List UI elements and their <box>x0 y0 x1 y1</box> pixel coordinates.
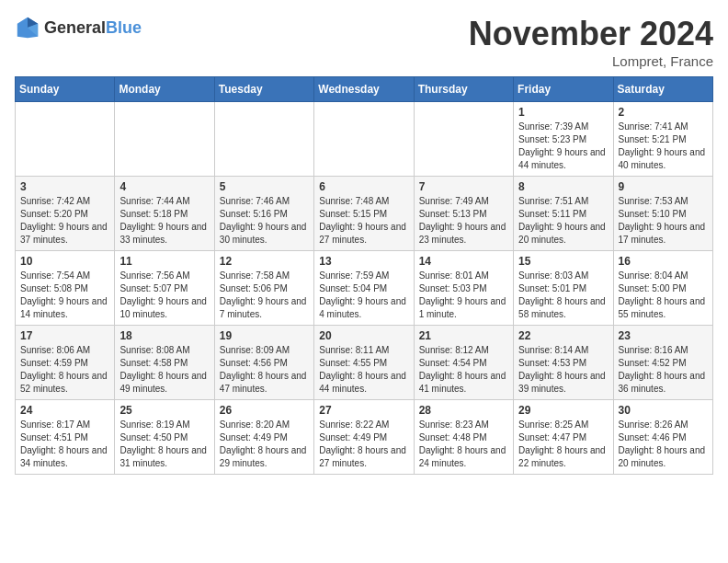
calendar-cell: 5Sunrise: 7:46 AM Sunset: 5:16 PM Daylig… <box>214 177 313 251</box>
logo-text-blue: Blue <box>106 18 142 37</box>
day-number: 17 <box>20 329 109 342</box>
day-info: Sunrise: 8:08 AM Sunset: 4:58 PM Dayligh… <box>119 344 209 396</box>
day-number: 20 <box>319 329 408 342</box>
calendar-cell <box>16 102 115 177</box>
day-info: Sunrise: 7:51 AM Sunset: 5:11 PM Dayligh… <box>518 195 608 247</box>
day-number: 12 <box>220 255 309 268</box>
day-info: Sunrise: 8:01 AM Sunset: 5:03 PM Dayligh… <box>419 270 508 321</box>
day-number: 5 <box>220 180 309 193</box>
calendar-cell: 8Sunrise: 7:51 AM Sunset: 5:11 PM Daylig… <box>514 177 613 251</box>
day-info: Sunrise: 7:54 AM Sunset: 5:08 PM Dayligh… <box>20 270 109 321</box>
day-info: Sunrise: 7:53 AM Sunset: 5:10 PM Dayligh… <box>619 195 708 247</box>
day-number: 11 <box>119 255 209 268</box>
day-number: 25 <box>119 404 209 417</box>
day-number: 8 <box>518 180 608 193</box>
calendar-cell: 23Sunrise: 8:16 AM Sunset: 4:52 PM Dayli… <box>613 326 712 400</box>
day-number: 16 <box>619 255 708 268</box>
calendar-cell: 19Sunrise: 8:09 AM Sunset: 4:56 PM Dayli… <box>214 326 313 400</box>
day-info: Sunrise: 8:04 AM Sunset: 5:00 PM Dayligh… <box>619 270 708 321</box>
weekday-header-wednesday: Wednesday <box>314 77 414 102</box>
day-info: Sunrise: 8:11 AM Sunset: 4:55 PM Dayligh… <box>319 344 408 396</box>
day-info: Sunrise: 7:44 AM Sunset: 5:18 PM Dayligh… <box>119 195 209 247</box>
calendar-cell: 4Sunrise: 7:44 AM Sunset: 5:18 PM Daylig… <box>115 177 214 251</box>
calendar-cell: 27Sunrise: 8:22 AM Sunset: 4:49 PM Dayli… <box>314 400 414 475</box>
calendar-cell: 7Sunrise: 7:49 AM Sunset: 5:13 PM Daylig… <box>414 177 513 251</box>
day-number: 2 <box>619 106 708 119</box>
week-row-3: 10Sunrise: 7:54 AM Sunset: 5:08 PM Dayli… <box>16 251 713 326</box>
day-number: 15 <box>518 255 608 268</box>
calendar-cell <box>314 102 414 177</box>
day-number: 19 <box>220 329 309 342</box>
calendar-cell: 26Sunrise: 8:20 AM Sunset: 4:49 PM Dayli… <box>214 400 313 475</box>
calendar-cell: 1Sunrise: 7:39 AM Sunset: 5:23 PM Daylig… <box>514 102 613 177</box>
day-number: 9 <box>619 180 708 193</box>
day-info: Sunrise: 8:26 AM Sunset: 4:46 PM Dayligh… <box>619 419 708 470</box>
day-info: Sunrise: 7:59 AM Sunset: 5:04 PM Dayligh… <box>319 270 408 321</box>
calendar-cell: 14Sunrise: 8:01 AM Sunset: 5:03 PM Dayli… <box>414 251 513 326</box>
calendar-cell: 29Sunrise: 8:25 AM Sunset: 4:47 PM Dayli… <box>514 400 613 475</box>
weekday-header-saturday: Saturday <box>613 77 712 102</box>
month-title: November 2024 <box>469 15 713 53</box>
location: Lompret, France <box>469 53 713 69</box>
logo-icon <box>15 15 40 40</box>
day-number: 14 <box>419 255 508 268</box>
day-number: 21 <box>419 329 508 342</box>
day-number: 29 <box>518 404 608 417</box>
calendar-cell: 13Sunrise: 7:59 AM Sunset: 5:04 PM Dayli… <box>314 251 414 326</box>
day-info: Sunrise: 7:48 AM Sunset: 5:15 PM Dayligh… <box>319 195 408 247</box>
title-area: November 2024 Lompret, France <box>469 15 713 69</box>
calendar-cell: 25Sunrise: 8:19 AM Sunset: 4:50 PM Dayli… <box>115 400 214 475</box>
weekday-header-sunday: Sunday <box>16 77 115 102</box>
weekday-header-thursday: Thursday <box>414 77 513 102</box>
day-info: Sunrise: 7:39 AM Sunset: 5:23 PM Dayligh… <box>518 121 608 172</box>
weekday-header-friday: Friday <box>514 77 613 102</box>
calendar-cell: 20Sunrise: 8:11 AM Sunset: 4:55 PM Dayli… <box>314 326 414 400</box>
day-info: Sunrise: 7:41 AM Sunset: 5:21 PM Dayligh… <box>619 121 708 172</box>
day-info: Sunrise: 8:25 AM Sunset: 4:47 PM Dayligh… <box>518 419 608 470</box>
calendar-cell: 22Sunrise: 8:14 AM Sunset: 4:53 PM Dayli… <box>514 326 613 400</box>
calendar-cell: 2Sunrise: 7:41 AM Sunset: 5:21 PM Daylig… <box>613 102 712 177</box>
day-number: 7 <box>419 180 508 193</box>
day-number: 3 <box>20 180 109 193</box>
day-info: Sunrise: 8:22 AM Sunset: 4:49 PM Dayligh… <box>319 419 408 470</box>
day-info: Sunrise: 8:14 AM Sunset: 4:53 PM Dayligh… <box>518 344 608 396</box>
day-number: 24 <box>20 404 109 417</box>
day-number: 23 <box>619 329 708 342</box>
weekday-header-monday: Monday <box>115 77 214 102</box>
calendar-cell: 28Sunrise: 8:23 AM Sunset: 4:48 PM Dayli… <box>414 400 513 475</box>
calendar-cell: 11Sunrise: 7:56 AM Sunset: 5:07 PM Dayli… <box>115 251 214 326</box>
week-row-4: 17Sunrise: 8:06 AM Sunset: 4:59 PM Dayli… <box>16 326 713 400</box>
day-info: Sunrise: 8:03 AM Sunset: 5:01 PM Dayligh… <box>518 270 608 321</box>
day-info: Sunrise: 8:17 AM Sunset: 4:51 PM Dayligh… <box>20 419 109 470</box>
calendar-cell: 17Sunrise: 8:06 AM Sunset: 4:59 PM Dayli… <box>16 326 115 400</box>
day-number: 28 <box>419 404 508 417</box>
calendar-cell: 3Sunrise: 7:42 AM Sunset: 5:20 PM Daylig… <box>16 177 115 251</box>
day-info: Sunrise: 8:19 AM Sunset: 4:50 PM Dayligh… <box>119 419 209 470</box>
day-info: Sunrise: 8:06 AM Sunset: 4:59 PM Dayligh… <box>20 344 109 396</box>
day-number: 10 <box>20 255 109 268</box>
day-info: Sunrise: 8:20 AM Sunset: 4:49 PM Dayligh… <box>220 419 309 470</box>
logo: GeneralBlue <box>15 15 142 40</box>
day-info: Sunrise: 8:16 AM Sunset: 4:52 PM Dayligh… <box>619 344 708 396</box>
day-number: 6 <box>319 180 408 193</box>
day-info: Sunrise: 7:56 AM Sunset: 5:07 PM Dayligh… <box>119 270 209 321</box>
week-row-1: 1Sunrise: 7:39 AM Sunset: 5:23 PM Daylig… <box>16 102 713 177</box>
day-number: 30 <box>619 404 708 417</box>
calendar-cell: 12Sunrise: 7:58 AM Sunset: 5:06 PM Dayli… <box>214 251 313 326</box>
day-number: 4 <box>119 180 209 193</box>
logo-text-general: General <box>44 18 106 37</box>
day-number: 27 <box>319 404 408 417</box>
calendar-cell: 16Sunrise: 8:04 AM Sunset: 5:00 PM Dayli… <box>613 251 712 326</box>
day-number: 1 <box>518 106 608 119</box>
day-info: Sunrise: 7:58 AM Sunset: 5:06 PM Dayligh… <box>220 270 309 321</box>
calendar-cell <box>414 102 513 177</box>
calendar-cell: 21Sunrise: 8:12 AM Sunset: 4:54 PM Dayli… <box>414 326 513 400</box>
calendar-cell: 9Sunrise: 7:53 AM Sunset: 5:10 PM Daylig… <box>613 177 712 251</box>
calendar-cell <box>214 102 313 177</box>
day-info: Sunrise: 8:09 AM Sunset: 4:56 PM Dayligh… <box>220 344 309 396</box>
weekday-header-row: SundayMondayTuesdayWednesdayThursdayFrid… <box>16 77 713 102</box>
day-info: Sunrise: 7:42 AM Sunset: 5:20 PM Dayligh… <box>20 195 109 247</box>
calendar-cell: 15Sunrise: 8:03 AM Sunset: 5:01 PM Dayli… <box>514 251 613 326</box>
day-info: Sunrise: 7:46 AM Sunset: 5:16 PM Dayligh… <box>220 195 309 247</box>
calendar-cell <box>115 102 214 177</box>
